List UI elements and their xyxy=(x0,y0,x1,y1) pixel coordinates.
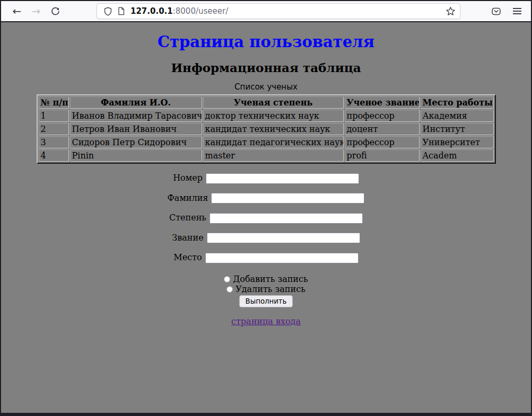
table-row: 2 Петров Иван Иванович кандидат техничес… xyxy=(39,123,494,135)
degree-field[interactable] xyxy=(210,213,363,224)
rank-field[interactable] xyxy=(207,233,360,243)
form-row-rank: Звание xyxy=(1,233,531,244)
table-cell: profi xyxy=(345,149,420,162)
table-cell: Университет xyxy=(421,136,494,148)
add-record-radio[interactable] xyxy=(224,276,230,282)
rank-label: Звание xyxy=(172,233,203,243)
column-header-workplace: Место работы xyxy=(421,96,494,109)
workplace-field[interactable] xyxy=(205,253,359,263)
forward-button[interactable]: → xyxy=(28,3,45,20)
table-cell: Сидоров Петр Сидорович xyxy=(70,136,202,148)
refresh-icon xyxy=(51,7,60,16)
table-cell: профессор xyxy=(345,110,420,122)
surname-field[interactable] xyxy=(211,193,364,203)
table-cell: Иванов Владимир Тарасович xyxy=(70,110,202,122)
form-row-surname: Фамилия xyxy=(1,193,531,204)
table-cell: 3 xyxy=(39,136,69,148)
table-caption: Список ученых xyxy=(37,82,496,94)
form-row-number: Номер xyxy=(1,173,531,184)
login-page-link[interactable]: страница входа xyxy=(231,316,301,326)
table-row: 4 Pinin master profi Academ xyxy=(39,149,494,162)
menu-icon[interactable] xyxy=(513,8,521,14)
table-cell: Academ xyxy=(421,149,494,162)
workplace-label: Место xyxy=(173,252,202,262)
bookmark-star-icon[interactable] xyxy=(446,6,456,16)
delete-record-label: Удалить запись xyxy=(236,284,306,294)
record-form: Номер Фамилия Степень Звание Место Добав… xyxy=(1,173,531,307)
browser-window: { "browser": { "back_glyph": "←", "forwa… xyxy=(0,0,532,416)
login-link-row: страница входа xyxy=(1,316,531,326)
table-cell: 2 xyxy=(39,123,69,135)
table-cell: кандидат технических наук xyxy=(203,123,344,135)
column-header-degree: Ученая степень xyxy=(203,96,344,109)
form-row-degree: Степень xyxy=(1,213,531,224)
table-cell: профессор xyxy=(345,136,420,148)
add-record-option: Добавить запись xyxy=(1,274,531,284)
column-header-rank: Ученое звание xyxy=(345,96,420,109)
table-cell: кандидат педагогических наук xyxy=(203,136,344,148)
table-cell: Институт xyxy=(421,123,494,135)
table-row: 3 Сидоров Петр Сидорович кандидат педаго… xyxy=(39,136,494,148)
browser-toolbar: ← → 127.0.0.1:8000/useeer/ xyxy=(1,1,531,21)
table-row: 1 Иванов Владимир Тарасович доктор техни… xyxy=(39,110,494,122)
number-field[interactable] xyxy=(206,173,359,184)
table-cell: 4 xyxy=(39,149,69,162)
table-cell: Петров Иван Иванович xyxy=(70,123,202,135)
add-record-label: Добавить запись xyxy=(233,274,308,284)
scientists-table: Список ученых № п/п Фамилия И.О. Ученая … xyxy=(37,82,496,164)
shield-icon[interactable] xyxy=(103,7,112,16)
execute-button[interactable]: Выполнить xyxy=(239,295,293,307)
form-row-workplace: Место xyxy=(1,252,531,263)
table-cell: master xyxy=(203,149,344,162)
page-title: Страница пользователя xyxy=(1,33,531,51)
column-header-surname: Фамилия И.О. xyxy=(70,96,202,109)
table-cell: 1 xyxy=(39,110,69,122)
table-cell: Pinin xyxy=(70,149,202,162)
table-header-row: № п/п Фамилия И.О. Ученая степень Ученое… xyxy=(39,96,494,109)
delete-record-radio[interactable] xyxy=(226,286,233,293)
surname-label: Фамилия xyxy=(168,193,208,203)
refresh-button[interactable] xyxy=(47,3,64,20)
page-subtitle: Информационная таблица xyxy=(1,60,531,75)
url-path: :8000/useeer/ xyxy=(173,6,229,16)
table-cell: доктор технических наук xyxy=(203,110,344,122)
url-text[interactable]: 127.0.0.1:8000/useeer/ xyxy=(130,6,228,16)
degree-label: Степень xyxy=(169,213,206,223)
action-radio-group: Добавить запись Удалить запись Выполнить xyxy=(1,274,531,307)
pocket-icon[interactable] xyxy=(491,6,501,16)
url-bar[interactable]: 127.0.0.1:8000/useeer/ xyxy=(97,3,460,19)
back-button[interactable]: ← xyxy=(8,3,25,20)
column-header-number: № п/п xyxy=(39,96,69,109)
page-info-icon[interactable] xyxy=(117,7,125,15)
number-label: Номер xyxy=(173,173,203,183)
page-content: Страница пользователя Информационная таб… xyxy=(1,22,531,413)
table-cell: Академия xyxy=(421,110,494,122)
url-host: 127.0.0.1 xyxy=(130,6,173,16)
table-cell: доцент xyxy=(345,123,420,135)
delete-record-option: Удалить запись xyxy=(1,284,531,294)
